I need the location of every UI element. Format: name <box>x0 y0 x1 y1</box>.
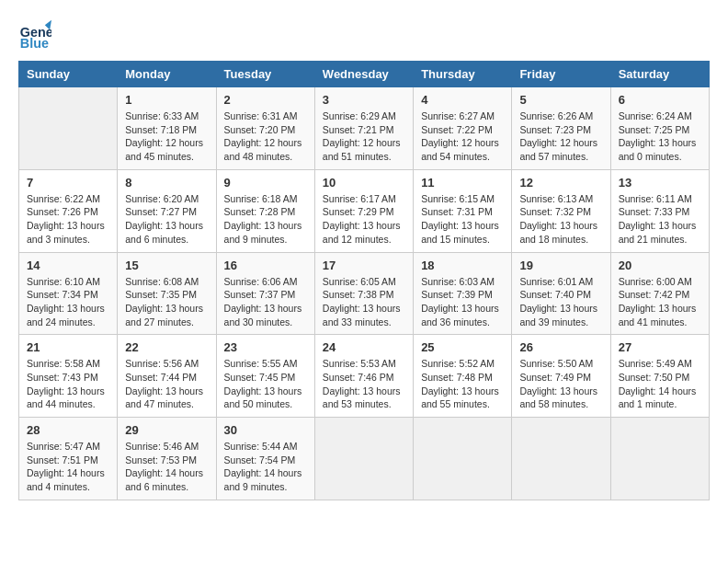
day-number: 19 <box>519 259 602 272</box>
calendar-cell: 1Sunrise: 6:33 AM Sunset: 7:18 PM Daylig… <box>118 87 216 170</box>
logo: General Blue <box>18 18 55 52</box>
calendar-cell: 10Sunrise: 6:17 AM Sunset: 7:29 PM Dayli… <box>314 169 413 252</box>
calendar-cell: 23Sunrise: 5:55 AM Sunset: 7:45 PM Dayli… <box>216 335 314 418</box>
calendar-cell: 25Sunrise: 5:52 AM Sunset: 7:48 PM Dayli… <box>414 335 512 418</box>
calendar-cell: 18Sunrise: 6:03 AM Sunset: 7:39 PM Dayli… <box>414 252 512 335</box>
day-number: 10 <box>323 176 405 190</box>
calendar-cell: 11Sunrise: 6:15 AM Sunset: 7:31 PM Dayli… <box>414 169 512 252</box>
calendar-cell: 3Sunrise: 6:29 AM Sunset: 7:21 PM Daylig… <box>314 87 413 170</box>
day-info: Sunrise: 6:33 AM Sunset: 7:18 PM Dayligh… <box>125 109 208 164</box>
calendar-cell <box>512 418 610 500</box>
logo-icon: General Blue <box>18 18 51 52</box>
calendar-cell: 16Sunrise: 6:06 AM Sunset: 7:37 PM Dayli… <box>216 252 314 335</box>
column-header-tuesday: Tuesday <box>216 62 314 87</box>
calendar-cell: 5Sunrise: 6:26 AM Sunset: 7:23 PM Daylig… <box>512 87 610 170</box>
day-number: 15 <box>125 259 208 272</box>
calendar-cell: 21Sunrise: 5:58 AM Sunset: 7:43 PM Dayli… <box>19 335 118 418</box>
day-info: Sunrise: 5:58 AM Sunset: 7:43 PM Dayligh… <box>27 357 109 411</box>
svg-text:Blue: Blue <box>20 36 49 51</box>
calendar-header: SundayMondayTuesdayWednesdayThursdayFrid… <box>19 62 710 87</box>
day-info: Sunrise: 6:31 AM Sunset: 7:20 PM Dayligh… <box>224 109 307 164</box>
column-header-monday: Monday <box>118 62 216 87</box>
calendar-cell: 22Sunrise: 5:56 AM Sunset: 7:44 PM Dayli… <box>118 335 216 418</box>
calendar-cell <box>414 418 512 500</box>
calendar-cell <box>610 418 709 500</box>
day-info: Sunrise: 6:01 AM Sunset: 7:40 PM Dayligh… <box>519 275 602 329</box>
day-info: Sunrise: 5:47 AM Sunset: 7:51 PM Dayligh… <box>27 440 109 494</box>
day-number: 2 <box>224 93 307 107</box>
day-info: Sunrise: 5:55 AM Sunset: 7:45 PM Dayligh… <box>224 357 307 411</box>
day-info: Sunrise: 6:27 AM Sunset: 7:22 PM Dayligh… <box>421 109 504 164</box>
day-info: Sunrise: 5:53 AM Sunset: 7:46 PM Dayligh… <box>323 357 405 411</box>
calendar-cell: 17Sunrise: 6:05 AM Sunset: 7:38 PM Dayli… <box>314 252 413 335</box>
day-number: 6 <box>619 93 701 107</box>
day-info: Sunrise: 6:08 AM Sunset: 7:35 PM Dayligh… <box>125 275 208 329</box>
day-info: Sunrise: 6:26 AM Sunset: 7:23 PM Dayligh… <box>519 109 602 164</box>
day-info: Sunrise: 6:03 AM Sunset: 7:39 PM Dayligh… <box>421 275 504 329</box>
day-number: 3 <box>323 93 405 107</box>
day-info: Sunrise: 6:11 AM Sunset: 7:33 PM Dayligh… <box>619 192 701 247</box>
day-number: 17 <box>323 259 405 272</box>
day-number: 28 <box>27 423 109 437</box>
day-number: 11 <box>421 176 504 190</box>
day-info: Sunrise: 6:17 AM Sunset: 7:29 PM Dayligh… <box>323 192 405 247</box>
day-number: 13 <box>619 176 701 190</box>
week-row-5: 28Sunrise: 5:47 AM Sunset: 7:51 PM Dayli… <box>19 418 710 500</box>
column-header-saturday: Saturday <box>610 62 709 87</box>
day-number: 12 <box>519 176 602 190</box>
calendar-cell: 26Sunrise: 5:50 AM Sunset: 7:49 PM Dayli… <box>512 335 610 418</box>
column-header-wednesday: Wednesday <box>314 62 413 87</box>
day-info: Sunrise: 6:10 AM Sunset: 7:34 PM Dayligh… <box>27 275 109 329</box>
day-header-row: SundayMondayTuesdayWednesdayThursdayFrid… <box>19 62 710 87</box>
week-row-3: 14Sunrise: 6:10 AM Sunset: 7:34 PM Dayli… <box>19 252 710 335</box>
week-row-4: 21Sunrise: 5:58 AM Sunset: 7:43 PM Dayli… <box>19 335 710 418</box>
day-number: 14 <box>27 259 109 272</box>
calendar-cell: 9Sunrise: 6:18 AM Sunset: 7:28 PM Daylig… <box>216 169 314 252</box>
day-info: Sunrise: 6:06 AM Sunset: 7:37 PM Dayligh… <box>224 275 307 329</box>
calendar-cell: 13Sunrise: 6:11 AM Sunset: 7:33 PM Dayli… <box>610 169 709 252</box>
day-info: Sunrise: 6:18 AM Sunset: 7:28 PM Dayligh… <box>224 192 307 247</box>
column-header-thursday: Thursday <box>414 62 512 87</box>
day-number: 26 <box>519 340 602 354</box>
calendar-table: SundayMondayTuesdayWednesdayThursdayFrid… <box>18 61 710 500</box>
calendar-cell <box>314 418 413 500</box>
calendar-cell: 30Sunrise: 5:44 AM Sunset: 7:54 PM Dayli… <box>216 418 314 500</box>
calendar-cell <box>19 87 118 170</box>
day-number: 29 <box>125 423 208 437</box>
day-info: Sunrise: 6:20 AM Sunset: 7:27 PM Dayligh… <box>125 192 208 247</box>
day-info: Sunrise: 5:56 AM Sunset: 7:44 PM Dayligh… <box>125 357 208 411</box>
calendar-body: 1Sunrise: 6:33 AM Sunset: 7:18 PM Daylig… <box>19 87 710 500</box>
calendar-cell: 19Sunrise: 6:01 AM Sunset: 7:40 PM Dayli… <box>512 252 610 335</box>
day-number: 4 <box>421 93 504 107</box>
day-info: Sunrise: 5:49 AM Sunset: 7:50 PM Dayligh… <box>619 357 701 411</box>
column-header-sunday: Sunday <box>19 62 118 87</box>
day-number: 27 <box>619 340 701 354</box>
day-number: 16 <box>224 259 307 272</box>
day-number: 9 <box>224 176 307 190</box>
day-info: Sunrise: 5:44 AM Sunset: 7:54 PM Dayligh… <box>224 440 307 494</box>
calendar-cell: 24Sunrise: 5:53 AM Sunset: 7:46 PM Dayli… <box>314 335 413 418</box>
column-header-friday: Friday <box>512 62 610 87</box>
calendar-cell: 12Sunrise: 6:13 AM Sunset: 7:32 PM Dayli… <box>512 169 610 252</box>
day-number: 23 <box>224 340 307 354</box>
calendar-cell: 20Sunrise: 6:00 AM Sunset: 7:42 PM Dayli… <box>610 252 709 335</box>
calendar-cell: 14Sunrise: 6:10 AM Sunset: 7:34 PM Dayli… <box>19 252 118 335</box>
calendar-cell: 2Sunrise: 6:31 AM Sunset: 7:20 PM Daylig… <box>216 87 314 170</box>
day-info: Sunrise: 5:46 AM Sunset: 7:53 PM Dayligh… <box>125 440 208 494</box>
day-number: 30 <box>224 423 307 437</box>
day-info: Sunrise: 6:22 AM Sunset: 7:26 PM Dayligh… <box>27 192 109 247</box>
day-number: 8 <box>125 176 208 190</box>
calendar-cell: 4Sunrise: 6:27 AM Sunset: 7:22 PM Daylig… <box>414 87 512 170</box>
day-number: 5 <box>519 93 602 107</box>
calendar-cell: 8Sunrise: 6:20 AM Sunset: 7:27 PM Daylig… <box>118 169 216 252</box>
calendar-cell: 27Sunrise: 5:49 AM Sunset: 7:50 PM Dayli… <box>610 335 709 418</box>
page-header: General Blue <box>18 18 710 52</box>
calendar-cell: 28Sunrise: 5:47 AM Sunset: 7:51 PM Dayli… <box>19 418 118 500</box>
day-info: Sunrise: 6:05 AM Sunset: 7:38 PM Dayligh… <box>323 275 405 329</box>
calendar-cell: 7Sunrise: 6:22 AM Sunset: 7:26 PM Daylig… <box>19 169 118 252</box>
day-number: 25 <box>421 340 504 354</box>
day-info: Sunrise: 6:29 AM Sunset: 7:21 PM Dayligh… <box>323 109 405 164</box>
day-number: 22 <box>125 340 208 354</box>
day-info: Sunrise: 6:15 AM Sunset: 7:31 PM Dayligh… <box>421 192 504 247</box>
day-number: 21 <box>27 340 109 354</box>
